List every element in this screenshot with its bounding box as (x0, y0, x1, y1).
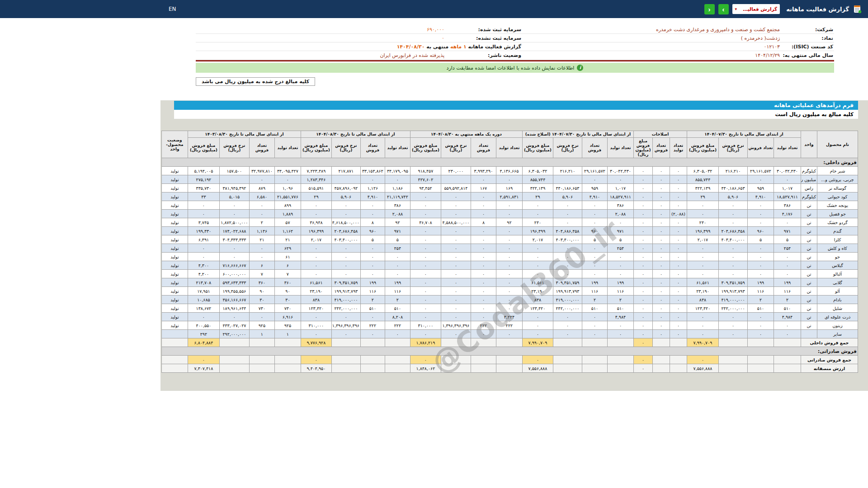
cell: ۵۱۰ (360, 304, 385, 313)
cell: ۴,۳۰۰ (188, 261, 219, 270)
cell: ۸۹۹ (274, 201, 301, 210)
company-label: شرکت: (781, 26, 834, 33)
cell: ۸۳۸ (301, 296, 331, 304)
cell: ۲۹ (522, 192, 553, 201)
cell: ۱۹۹ (774, 278, 801, 287)
cell: ۰ (360, 210, 385, 218)
cell: ۰ (582, 261, 607, 270)
cell: ۱,۸۷۲,۵۰۰,۰۰۰ (219, 218, 249, 227)
cell: ۳۰۹,۳۵۱,۷۵۹ (553, 278, 582, 287)
cell: ۰ (522, 270, 553, 278)
cell (441, 338, 471, 347)
table-row: گندمتن۹۷۱۹۶۰۲۰۴,۶۸۶,۴۵۸۱۹۶,۴۹۹۰۰۰۹۷۱۹۶۰۲… (161, 227, 858, 235)
cell: ۰ (653, 278, 670, 287)
cell: ۰ (410, 253, 441, 261)
cell: ۰ (633, 227, 652, 235)
total-row: ارزش منصفانه۷,۵۵۶,۸۸۸۰۷,۵۵۶,۸۸۸۱,۸۴۸,۰۶۲… (161, 364, 858, 373)
cell: ۰ (670, 235, 687, 244)
product-unit: کیلوگرم (801, 167, 817, 175)
cell: ۳,۲۲۴ (496, 313, 522, 321)
cell: ۵ (607, 235, 633, 244)
report-period-value: ۱ ماهه (450, 44, 467, 50)
cell: ۲۹ (301, 192, 331, 201)
language-toggle[interactable]: EN (167, 6, 176, 12)
cell: ۳,۷۴۵ (188, 218, 219, 227)
cell: ۰ (687, 201, 719, 210)
cell: ۰ (582, 330, 607, 338)
cell: ۷,۳۰۷,۴۱۸ (188, 364, 219, 373)
prev-report-button[interactable]: ‹ (704, 4, 715, 14)
cell: ۰ (633, 270, 652, 278)
cell (219, 338, 249, 347)
cell: ۰ (553, 313, 582, 321)
publisher-status-value: پذیرفته شده در فرابورس ایران (196, 52, 445, 59)
cell (385, 356, 410, 364)
cell: ۰ (670, 184, 687, 192)
cell: ۰ (496, 287, 522, 296)
cell: ۱۹۹,۹۱۳,۷۹۳ (719, 287, 748, 296)
cell: ۰ (360, 175, 385, 184)
cell: ۶۰۰,۰۰۰,۰۰۰ (219, 270, 249, 278)
cell (748, 356, 774, 364)
product-unit: تن (801, 244, 817, 253)
report-type-select[interactable]: گزارش فعالیت ماهانه ▾ (732, 4, 780, 14)
cell: ۲۵۴ (385, 244, 410, 253)
cell: ۰ (522, 356, 553, 364)
unregistered-capital-value: ۰ (196, 35, 445, 42)
cell: ۰ (582, 175, 607, 184)
total-label: جمع فروش داخلی (801, 338, 858, 347)
cell: ۰ (748, 201, 774, 210)
cell: ۱,۳۹۶,۳۹۶,۳۹۶ (441, 321, 471, 330)
cell: ۰ (410, 296, 441, 304)
cell: ۰ (719, 321, 748, 330)
cell: ۵۱۰ (607, 304, 633, 313)
cell: ۰ (360, 253, 385, 261)
cell: ۰ (553, 321, 582, 330)
cell: ۰ (441, 227, 471, 235)
col-sub-4-3: مبلغ فروش (میلیون ریال) (301, 138, 331, 158)
cell: ۷,۵۵۶,۸۸۸ (687, 364, 719, 373)
cell: ۱۲۳,۴۲۰ (687, 304, 719, 313)
cell: ۰ (607, 175, 633, 184)
cell (219, 175, 249, 184)
cell: ۹,۴۰۴,۹۵۰ (301, 364, 331, 373)
table-row: گردو خشکتن۰۰۰۲۴۰۰۰۰۰۰۰۲۴۰۹۲۸۴,۵۸۸,۵۰۰,۰۰… (161, 218, 858, 227)
product-name: کود حیوانی (817, 192, 858, 201)
col-sub-4-1: تعداد فروش (360, 138, 385, 158)
cell: ۳۳,۱۵۴,۸۶۲ (360, 167, 385, 175)
cell: ۰ (410, 192, 441, 201)
cell: ۰ (633, 201, 652, 210)
cell: ۱۷۴,۰۲۲,۶۸۸ (219, 227, 249, 235)
cell: ۰ (687, 244, 719, 253)
col-sub-1-0: تعداد تولید (670, 138, 687, 158)
cell (331, 338, 360, 347)
col-group-2: از ابتدای سال مالی تا تاریخ ۱۴۰۴/۰۷/۳۰ (… (522, 131, 633, 138)
cell: ۵۹۳,۶۳۳,۳۳۳ (219, 278, 249, 287)
cell: ۰ (653, 167, 670, 175)
cell: ۰ (471, 235, 496, 244)
next-report-button[interactable]: › (718, 4, 729, 14)
cell (331, 175, 360, 184)
col-sub-2-1: تعداد فروش (582, 138, 607, 158)
cell: ۰ (249, 244, 274, 253)
cell: ۲۲۲ (385, 321, 410, 330)
cell: ۲۹ (687, 192, 719, 201)
cell: ۰ (441, 330, 471, 338)
cell: ۰ (385, 270, 410, 278)
cell: ۰ (410, 313, 441, 321)
cell: ۰ (553, 201, 582, 210)
cell: ۰ (441, 313, 471, 321)
cell: ۱,۳۹۶,۳۹۶,۳۹۶ (331, 321, 360, 330)
product-status: تولید (161, 184, 188, 192)
cell: ۴,۲۰۰ (188, 270, 219, 278)
cell: ۸ (471, 218, 496, 227)
product-unit: تن (801, 253, 817, 261)
cell: ۰ (582, 201, 607, 210)
cell: ۴,۹۱۰ (360, 192, 385, 201)
cell: ۹۶۰ (360, 227, 385, 235)
product-unit: تن (801, 218, 817, 227)
cell: ۴۳۳,۰۲۷,۰۲۷ (219, 321, 249, 330)
cell: ۰ (471, 175, 496, 184)
cell: ۰ (331, 253, 360, 261)
cell: ۰ (496, 296, 522, 304)
